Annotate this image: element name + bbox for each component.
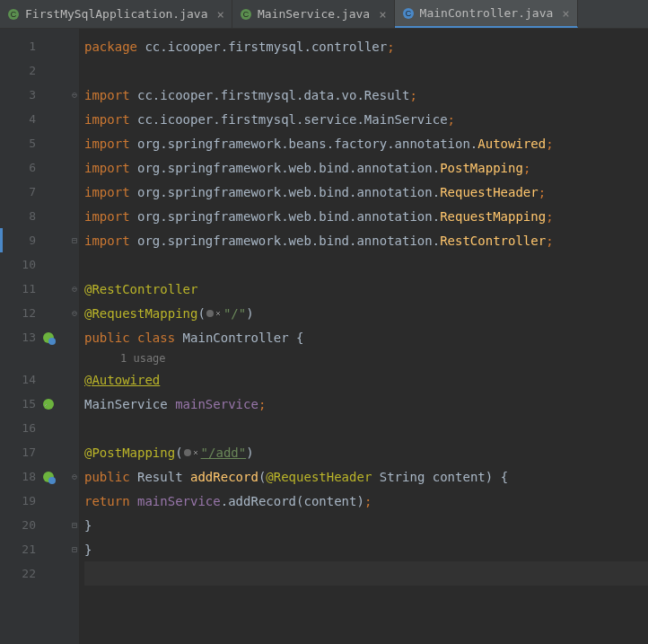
code-line — [84, 252, 648, 277]
code-line: import org.springframework.web.bind.anno… — [84, 228, 648, 252]
line-number: 9 — [29, 234, 36, 247]
line-number: 3 — [29, 88, 36, 101]
line-number: 1 — [29, 40, 36, 53]
code-line: } — [84, 513, 648, 537]
line-number: 16 — [22, 421, 36, 435]
fold-icon[interactable]: ⊟ — [72, 520, 77, 530]
line-number: 4 — [29, 112, 36, 126]
code-line: @RequestMapping("/") — [84, 301, 648, 325]
tab-main-controller[interactable]: C MainController.java × — [395, 0, 578, 28]
code-line: import org.springframework.web.bind.anno… — [84, 180, 648, 204]
tab-label: MainController.java — [420, 6, 554, 20]
param-hint-icon[interactable] — [206, 307, 223, 320]
code-line: MainService mainService; — [84, 392, 648, 416]
svg-text:C: C — [11, 10, 17, 19]
line-number: 12 — [22, 306, 36, 320]
code-line: import org.springframework.web.bind.anno… — [84, 204, 648, 228]
line-number: 21 — [22, 543, 36, 556]
param-hint-icon[interactable] — [183, 446, 201, 459]
svg-point-11 — [206, 310, 214, 317]
fold-icon[interactable]: ⊟ — [72, 544, 77, 554]
code-line: import cc.icooper.firstmysql.service.Mai… — [84, 107, 648, 131]
line-number: 18 — [22, 470, 36, 483]
code-line: public class MainController { — [84, 325, 648, 349]
line-number: 15 — [22, 397, 36, 410]
java-class-icon: C — [7, 8, 20, 21]
code-line — [84, 58, 648, 83]
svg-point-12 — [184, 449, 191, 456]
code-line: return mainService.addRecord(content); — [84, 489, 648, 513]
line-number: 20 — [22, 518, 36, 532]
close-icon[interactable]: × — [379, 7, 386, 22]
svg-text:C: C — [405, 9, 411, 18]
code-line: import org.springframework.beans.factory… — [84, 131, 648, 155]
line-number: 2 — [29, 64, 36, 77]
fold-icon[interactable]: ⊖ — [72, 284, 77, 294]
editor: 1 2 3⊖ 4 5 6 7 8 9⊟ 10 11⊖ 12⊖ 13 14 15 … — [0, 29, 648, 644]
code-line: public Result addRecord(@RequestHeader S… — [84, 464, 648, 489]
line-number: 11 — [22, 282, 36, 296]
line-number: 17 — [22, 446, 36, 459]
fold-icon[interactable]: ⊖ — [72, 90, 77, 100]
spring-bean-icon[interactable] — [41, 397, 56, 411]
code-line: @Autowired — [84, 367, 648, 392]
spring-bean-icon[interactable] — [41, 470, 56, 484]
tab-bar: C FirstMySqlApplication.java × C MainSer… — [0, 0, 648, 29]
tab-main-service[interactable]: C MainService.java × — [232, 0, 395, 28]
code-line: } — [84, 537, 648, 561]
usage-hint[interactable]: 1 usage — [84, 349, 648, 367]
line-number: 19 — [22, 494, 36, 507]
fold-icon[interactable]: ⊖ — [72, 472, 77, 481]
java-class-icon: C — [240, 8, 252, 21]
fold-icon[interactable]: ⊟ — [72, 235, 77, 245]
svg-point-10 — [48, 477, 56, 484]
close-icon[interactable]: × — [217, 7, 224, 22]
tab-label: MainService.java — [258, 7, 370, 21]
line-number: 13 — [22, 331, 36, 344]
line-number: 7 — [29, 185, 36, 198]
line-number: 14 — [22, 373, 36, 386]
code-line: @RestController — [84, 277, 648, 301]
code-line: import org.springframework.web.bind.anno… — [84, 155, 648, 180]
svg-text:C: C — [243, 10, 250, 19]
svg-point-7 — [48, 338, 56, 345]
line-number: 22 — [22, 567, 36, 580]
spring-bean-icon[interactable] — [41, 331, 56, 345]
code-area[interactable]: package cc.icooper.firstmysql.controller… — [79, 29, 648, 644]
code-line: @PostMapping("/add") — [84, 440, 648, 464]
line-number: 8 — [29, 209, 36, 223]
close-icon[interactable]: × — [562, 6, 569, 21]
code-line: package cc.icooper.firstmysql.controller… — [84, 34, 648, 58]
fold-icon[interactable]: ⊖ — [72, 308, 77, 318]
line-number: 6 — [29, 161, 36, 174]
tab-first-app[interactable]: C FirstMySqlApplication.java × — [0, 0, 232, 28]
code-line — [84, 561, 648, 586]
code-line: import cc.icooper.firstmysql.data.vo.Res… — [84, 83, 648, 107]
code-line — [84, 416, 648, 440]
tab-label: FirstMySqlApplication.java — [25, 7, 208, 21]
java-class-icon: C — [402, 7, 415, 20]
gutter[interactable]: 1 2 3⊖ 4 5 6 7 8 9⊟ 10 11⊖ 12⊖ 13 14 15 … — [0, 29, 79, 644]
line-number: 10 — [22, 258, 36, 271]
svg-point-8 — [43, 399, 54, 410]
line-number: 5 — [29, 137, 36, 150]
